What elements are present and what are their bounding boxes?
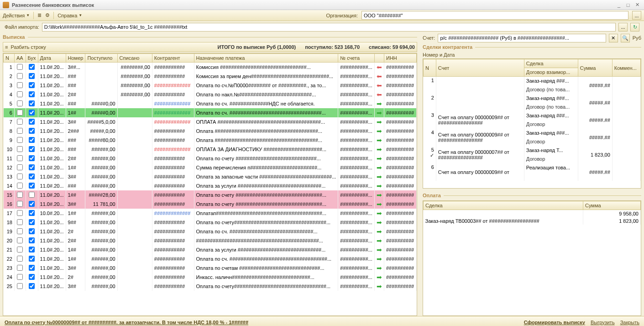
toolbar-icon-2[interactable]: ⚙ xyxy=(45,12,50,18)
dcol-sum[interactable]: Сумма xyxy=(578,59,612,77)
col-incoming[interactable]: Поступило xyxy=(85,54,117,63)
col-buh[interactable]: Бух xyxy=(26,54,38,63)
table-row[interactable]: 111.0#.20...3##...########,00###########… xyxy=(4,63,417,72)
table-row[interactable]: 2111.0#.20...1########,00###########Опла… xyxy=(4,245,417,254)
aa-checkbox[interactable] xyxy=(17,265,23,271)
buh-checkbox[interactable] xyxy=(29,192,35,198)
table-row[interactable]: 1611.0#.20...3##11 781,00###########Опла… xyxy=(4,200,417,209)
aa-checkbox[interactable] xyxy=(17,237,23,243)
aa-checkbox[interactable] xyxy=(17,201,23,207)
org-lookup-button[interactable]: ... xyxy=(632,11,641,20)
buh-checkbox[interactable] xyxy=(29,64,35,70)
table-row[interactable]: 2211.0#.20...1########,00###########Опла… xyxy=(4,254,417,263)
buh-checkbox[interactable] xyxy=(29,256,35,262)
deals-grid[interactable]: N Счет Сделка Сумма Коммен... Договор вз… xyxy=(423,58,641,189)
table-row[interactable]: 411.0#.20...2##########,00###########Опл… xyxy=(4,90,417,99)
dcol-comment[interactable]: Коммен... xyxy=(612,59,640,77)
table-row[interactable]: 511.0#.20...########0,00#############Опл… xyxy=(4,99,417,108)
buh-checkbox[interactable] xyxy=(29,174,35,179)
col-contr[interactable]: Контрагент xyxy=(152,54,194,63)
split-row-icon[interactable]: ≡ xyxy=(5,44,8,50)
account-clear-button[interactable]: ✕ xyxy=(609,34,618,42)
table-row[interactable]: 1411.0#.20...#########,00###########Опла… xyxy=(4,181,417,190)
account-lookup-button[interactable]: 🔍 xyxy=(621,34,630,42)
aa-checkbox[interactable] xyxy=(17,137,23,143)
split-row-button[interactable]: Разбить строку xyxy=(10,44,46,50)
aa-checkbox[interactable] xyxy=(17,164,23,170)
buh-checkbox[interactable] xyxy=(29,283,35,289)
aa-checkbox[interactable] xyxy=(17,119,23,125)
aa-checkbox[interactable] xyxy=(17,128,23,134)
col-num[interactable]: Номер xyxy=(66,54,85,63)
account-input[interactable]: р/с ################## (Руб) в #########… xyxy=(438,34,606,42)
dcol-acct[interactable]: Счет xyxy=(436,59,524,77)
aa-checkbox[interactable] xyxy=(17,228,23,234)
buh-checkbox[interactable] xyxy=(29,247,35,252)
table-row[interactable]: 2311.0#.20...3########,00###########Опла… xyxy=(4,263,417,273)
buh-checkbox[interactable] xyxy=(29,237,35,243)
col-aa[interactable]: АА xyxy=(14,54,26,63)
table-row[interactable]: 2011.0#.20...2########,00###############… xyxy=(4,236,417,245)
aa-checkbox[interactable] xyxy=(17,183,23,189)
table-row[interactable]: 1111.0#.20...2########,00###########Опла… xyxy=(4,154,417,163)
footer-purpose-link[interactable]: Оплата по счету №00000009## от #########… xyxy=(5,320,248,325)
aa-checkbox[interactable] xyxy=(17,219,23,225)
export-button[interactable]: Выгрузить xyxy=(591,320,615,325)
help-menu[interactable]: Справка ▼ xyxy=(58,13,82,18)
aa-checkbox[interactable] xyxy=(17,82,23,88)
table-row[interactable]: 1211.0#.20...1########,00###########Сумм… xyxy=(4,163,417,172)
buh-checkbox[interactable] xyxy=(29,82,35,88)
buh-checkbox[interactable] xyxy=(29,201,35,207)
buh-checkbox[interactable] xyxy=(29,73,35,79)
buh-checkbox[interactable] xyxy=(29,155,35,161)
aa-checkbox[interactable] xyxy=(17,110,23,116)
col-out[interactable]: Списано xyxy=(117,54,152,63)
buh-checkbox[interactable] xyxy=(29,146,35,152)
table-row[interactable]: 211.0#.20...###########,00###########Ком… xyxy=(4,72,417,81)
org-input[interactable]: ООО "########" xyxy=(361,11,628,20)
aa-checkbox[interactable] xyxy=(17,155,23,161)
table-row[interactable]: 1Заказ-наряд ###...#####.## xyxy=(424,77,641,85)
aa-checkbox[interactable] xyxy=(17,283,23,289)
dcol-n[interactable]: N xyxy=(424,59,436,77)
table-row[interactable]: 1511.0#.20...1#######28,00###########Опл… xyxy=(4,190,417,200)
table-row[interactable]: 311.0#.20...###########,00#############О… xyxy=(4,81,417,90)
table-row[interactable]: 711.0#.20...3#######5,0,00#############О… xyxy=(4,117,417,126)
table-row[interactable]: 9 958,00 xyxy=(424,210,641,218)
buh-checkbox[interactable] xyxy=(29,183,35,189)
file-refresh-button[interactable]: ↻ xyxy=(630,23,639,32)
aa-checkbox[interactable] xyxy=(17,64,23,70)
table-row[interactable]: 611.0#.20...1#######0,00#############Опл… xyxy=(4,108,417,117)
aa-checkbox[interactable] xyxy=(17,174,23,179)
table-row[interactable]: 1911.0#.20...2#######,00###########Оплат… xyxy=(4,227,417,236)
table-row[interactable]: 2411.0#.20...2#######,00###########Инкас… xyxy=(4,273,417,282)
aa-checkbox[interactable] xyxy=(17,146,23,152)
table-row[interactable]: Заказ-наряд ТВ00003## от ###############… xyxy=(424,217,641,225)
statement-grid[interactable]: N АА Бух Дата Номер Поступило Списано Ко… xyxy=(3,53,417,316)
col-dir[interactable] xyxy=(374,54,384,63)
buh-checkbox[interactable] xyxy=(29,228,35,234)
buh-checkbox[interactable] xyxy=(29,219,35,225)
table-row[interactable]: 4Счет на оплату 00000009## от ##########… xyxy=(424,129,641,137)
buh-checkbox[interactable] xyxy=(29,265,35,271)
toolbar-icon-1[interactable]: ≣ xyxy=(37,12,42,18)
payment-grid[interactable]: Сделка Сумма 9 958,00Заказ-наряд ТВ00003… xyxy=(423,200,641,316)
form-statement-button[interactable]: Сформировать выписку xyxy=(524,320,585,325)
table-row[interactable]: 1011.0#.20...#########,00#############ОП… xyxy=(4,145,417,154)
table-row[interactable]: 1311.0#.20...3########,00###########Опла… xyxy=(4,172,417,181)
table-row[interactable]: 3Счет на оплату 00000009## от ##########… xyxy=(424,111,641,120)
close-button[interactable]: ✕ xyxy=(633,1,641,9)
aa-checkbox[interactable] xyxy=(17,91,23,97)
minimize-button[interactable]: _ xyxy=(615,1,623,9)
pcol-sum[interactable]: Сумма xyxy=(583,201,641,210)
aa-checkbox[interactable] xyxy=(17,210,23,216)
aa-checkbox[interactable] xyxy=(17,73,23,79)
aa-checkbox[interactable] xyxy=(17,100,23,106)
buh-checkbox[interactable] xyxy=(29,137,35,143)
aa-checkbox[interactable] xyxy=(17,247,23,252)
buh-checkbox[interactable] xyxy=(29,110,35,116)
table-row[interactable]: 2511.0#.20...3########,00###########Опла… xyxy=(4,282,417,291)
aa-checkbox[interactable] xyxy=(17,256,23,262)
table-row[interactable]: 911.0#.20...########80,00###########Опла… xyxy=(4,136,417,145)
aa-checkbox[interactable] xyxy=(17,274,23,280)
